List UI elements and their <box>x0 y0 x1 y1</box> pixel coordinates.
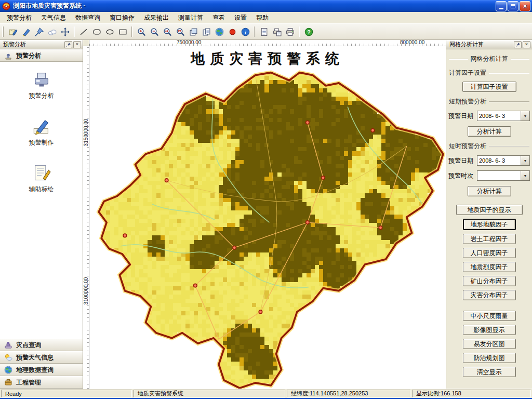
status-ready: Ready <box>1 390 132 397</box>
svg-text:?: ? <box>307 29 310 35</box>
factor-button-list: 地形地貌因子岩土工程因子人口密度因子地震烈度因子矿山分布因子灾害分布因子 <box>446 219 532 300</box>
population-density-factor-button[interactable]: 人口密度因子 <box>463 248 516 258</box>
terrain-factor-button[interactable]: 地形地貌因子 <box>463 219 516 230</box>
pushpin-button[interactable] <box>33 25 45 38</box>
menu-data-query[interactable]: 数据查询 <box>71 12 105 24</box>
susceptibility-map-button[interactable]: 易发分区图 <box>463 339 516 349</box>
copy-button[interactable] <box>200 25 212 38</box>
zoom-in-button[interactable] <box>135 25 148 38</box>
imagery-display-button[interactable]: 影像图显示 <box>463 325 516 335</box>
pan-icon <box>61 28 70 36</box>
calc-factor-label: 计算因子设置 <box>449 69 486 77</box>
geotech-factor-button[interactable]: 岩土工程因子 <box>463 234 516 244</box>
seismic-intensity-factor-button[interactable]: 地震烈度因子 <box>463 262 516 272</box>
help-icon: ? <box>304 28 313 36</box>
close-panel-icon[interactable]: × <box>73 41 81 48</box>
menu-output[interactable]: 成果输出 <box>139 12 174 24</box>
toolbar-separator <box>74 26 75 37</box>
line-tool-button[interactable] <box>77 25 90 38</box>
clear-display-button[interactable]: 清空显示 <box>463 367 516 377</box>
short-term-date-select[interactable]: 2008- 6- 3 ▼ <box>477 111 530 121</box>
roundrect-tool-icon <box>92 28 101 36</box>
ellipse-tool-button[interactable] <box>103 25 116 38</box>
aux-plot-tool[interactable]: 辅助标绘 <box>29 164 54 194</box>
meso-rainfall-button[interactable]: 中小尺度雨量 <box>463 311 516 321</box>
roundrect-tool-button[interactable] <box>90 25 103 38</box>
accordion-project-management[interactable]: 工程管理 <box>0 376 83 389</box>
toolbar-grip[interactable] <box>2 26 4 37</box>
minimize-button[interactable] <box>496 1 507 11</box>
copy-icon <box>202 28 211 36</box>
left-panel-tools: 预警分析预警制作辅助标绘 <box>0 62 83 339</box>
close-button[interactable]: × <box>520 1 530 11</box>
cloud-icon <box>48 28 57 36</box>
report-button[interactable] <box>258 25 270 38</box>
accordion-label: 工程管理 <box>16 378 41 387</box>
accordion-geo-data-query[interactable]: 地理数据查询 <box>0 364 83 376</box>
accordion-warning-weather-info[interactable]: 预警天气信息 <box>0 351 83 364</box>
mine-distribution-factor-button[interactable]: 矿山分布因子 <box>463 276 516 286</box>
status-system-name: 地质灾害预警系统 <box>134 390 285 397</box>
globe-button[interactable] <box>213 25 225 38</box>
title-bar[interactable]: 浏阳市地质灾害预警系统 - × <box>0 0 532 12</box>
short-time-analyze-button[interactable]: 分析计算 <box>468 186 511 196</box>
ruler-vertical: 3150000.003100000.00 <box>83 46 89 389</box>
zoom-window-button[interactable] <box>174 25 187 38</box>
section-icon <box>4 51 12 60</box>
restore-button[interactable] <box>508 1 518 11</box>
info-button[interactable]: i <box>239 25 251 38</box>
disaster-distribution-factor-button[interactable]: 灾害分布因子 <box>463 290 516 300</box>
cloud-button[interactable] <box>46 25 58 38</box>
close-panel-icon[interactable]: × <box>523 41 530 48</box>
left-panel-section[interactable]: 预警分析 <box>0 49 83 62</box>
left-panel: 预警分析 × 预警分析 预警分析预警制作辅助标绘 灾点查询预警天气信息地理数据查… <box>0 40 83 389</box>
print-preview-button[interactable] <box>271 25 283 38</box>
right-panel-title: 网格分析计算 <box>449 41 484 48</box>
chevron-down-icon[interactable]: ▼ <box>521 111 529 121</box>
left-panel-header: 预警分析 × <box>0 40 83 49</box>
x-tick-label: 800000.00 <box>400 40 424 45</box>
geo-factors-display-button[interactable]: 地质因子的显示 <box>456 205 523 215</box>
info-icon: i <box>241 28 250 36</box>
pin-icon[interactable] <box>64 41 72 48</box>
report-icon <box>260 28 269 36</box>
short-time-title: 短时预警分析 <box>449 142 486 151</box>
menu-measure[interactable]: 测量计算 <box>174 12 208 24</box>
globe-icon <box>215 28 224 36</box>
tool-label: 预警制作 <box>29 138 54 147</box>
warning-make-tool[interactable]: 预警制作 <box>29 117 54 147</box>
chevron-down-icon[interactable]: ▼ <box>521 156 529 165</box>
zoom-out-button[interactable] <box>148 25 161 38</box>
menu-weather-info[interactable]: 天气信息 <box>36 12 71 24</box>
map-canvas[interactable]: 地质灾害预警系统 <box>89 46 446 389</box>
record-button[interactable] <box>226 25 238 38</box>
pan-button[interactable] <box>59 25 71 38</box>
rect-tool-icon <box>118 28 127 36</box>
aux-plot-icon <box>32 164 51 182</box>
menu-warning-analysis[interactable]: 预警分析 <box>2 12 36 24</box>
display-button-list: 中小尺度雨量影像图显示易发分区图防治规划图清空显示 <box>446 311 532 377</box>
short-term-title: 短期预警分析 <box>449 97 486 106</box>
warning-analysis-tool[interactable]: 预警分析 <box>29 70 54 100</box>
short-term-analyze-button[interactable]: 分析计算 <box>468 126 511 137</box>
pen-button[interactable] <box>20 25 32 38</box>
pin-icon[interactable] <box>514 41 522 48</box>
menu-help[interactable]: 帮助 <box>251 12 273 24</box>
short-time-date-select[interactable]: 2008- 6- 3 ▼ <box>477 155 530 166</box>
layers-button[interactable] <box>187 25 200 38</box>
menu-settings[interactable]: 设置 <box>230 12 251 24</box>
help-button[interactable]: ? <box>302 25 315 38</box>
calc-factor-settings-button[interactable]: 计算因子设置 <box>462 82 516 92</box>
warning-period-select[interactable]: ▼ <box>477 170 530 181</box>
print-button[interactable] <box>284 25 296 38</box>
status-scale: 显示比例:166.158 <box>412 390 531 397</box>
menu-view[interactable]: 查看 <box>208 12 230 24</box>
accordion-disaster-point-query[interactable]: 灾点查询 <box>0 339 83 351</box>
menu-window-ops[interactable]: 窗口操作 <box>105 12 139 24</box>
ruler-corner <box>83 40 89 46</box>
chevron-down-icon[interactable]: ▼ <box>521 171 529 180</box>
zoom-dynamic-button[interactable] <box>161 25 174 38</box>
edit-map-button[interactable] <box>7 25 19 38</box>
prevention-plan-button[interactable]: 防治规划图 <box>463 353 516 363</box>
rect-tool-button[interactable] <box>116 25 129 38</box>
